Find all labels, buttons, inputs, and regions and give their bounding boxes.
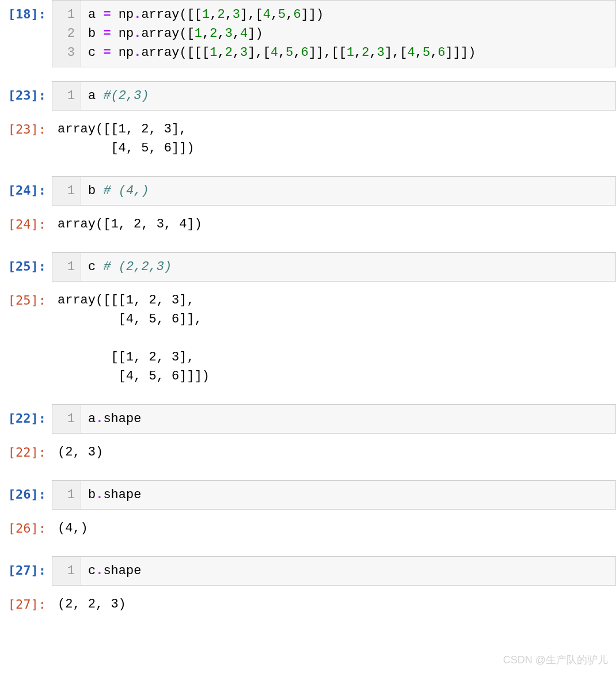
output-cell: [26]:(4,) <box>0 514 616 542</box>
input-cell: [25]:1c # (2,2,3) <box>0 252 616 282</box>
output-prompt: [25]: <box>0 286 52 390</box>
input-prompt: [22]: <box>0 404 52 434</box>
input-cell: [27]:1c.shape <box>0 556 616 586</box>
code-content[interactable]: b.shape <box>81 481 615 509</box>
input-cell: [23]:1a #(2,3) <box>0 81 616 111</box>
code-editor[interactable]: 1a.shape <box>52 404 616 434</box>
input-prompt: [18]: <box>0 0 52 67</box>
line-gutter: 1 <box>52 557 81 585</box>
line-gutter: 1 <box>52 405 81 433</box>
code-editor[interactable]: 1b.shape <box>52 480 616 510</box>
input-prompt: [26]: <box>0 480 52 510</box>
output-text: (2, 2, 3) <box>52 590 616 618</box>
output-text: array([[[1, 2, 3], [4, 5, 6]], [[1, 2, 3… <box>52 286 616 390</box>
code-content[interactable]: c.shape <box>81 557 615 585</box>
code-content[interactable]: c # (2,2,3) <box>81 253 615 281</box>
output-cell: [22]:(2, 3) <box>0 438 616 466</box>
line-gutter: 1 <box>52 481 81 509</box>
input-cell: [18]:123a = np.array([[1,2,3],[4,5,6]]) … <box>0 0 616 67</box>
output-text: array([[1, 2, 3], [4, 5, 6]]) <box>52 115 616 162</box>
output-cell: [25]:array([[[1, 2, 3], [4, 5, 6]], [[1,… <box>0 286 616 390</box>
output-cell: [24]:array([1, 2, 3, 4]) <box>0 210 616 238</box>
code-content[interactable]: a.shape <box>81 405 615 433</box>
output-prompt: [27]: <box>0 590 52 618</box>
line-gutter: 123 <box>52 1 81 67</box>
input-cell: [24]:1b # (4,) <box>0 176 616 206</box>
output-prompt: [23]: <box>0 115 52 162</box>
output-cell: [27]:(2, 2, 3) <box>0 590 616 618</box>
jupyter-notebook: [18]:123a = np.array([[1,2,3],[4,5,6]]) … <box>0 0 616 618</box>
line-gutter: 1 <box>52 177 81 205</box>
output-cell: [23]:array([[1, 2, 3], [4, 5, 6]]) <box>0 115 616 162</box>
output-text: array([1, 2, 3, 4]) <box>52 210 616 238</box>
input-prompt: [25]: <box>0 252 52 282</box>
input-prompt: [23]: <box>0 81 52 111</box>
output-text: (4,) <box>52 514 616 542</box>
input-cell: [22]:1a.shape <box>0 404 616 434</box>
output-text: (2, 3) <box>52 438 616 466</box>
code-content[interactable]: b # (4,) <box>81 177 615 205</box>
code-editor[interactable]: 1c # (2,2,3) <box>52 252 616 282</box>
code-editor[interactable]: 123a = np.array([[1,2,3],[4,5,6]]) b = n… <box>52 0 616 67</box>
line-gutter: 1 <box>52 82 81 110</box>
code-editor[interactable]: 1b # (4,) <box>52 176 616 206</box>
code-content[interactable]: a #(2,3) <box>81 82 615 110</box>
line-gutter: 1 <box>52 253 81 281</box>
output-prompt: [26]: <box>0 514 52 542</box>
input-cell: [26]:1b.shape <box>0 480 616 510</box>
code-editor[interactable]: 1c.shape <box>52 556 616 586</box>
output-prompt: [24]: <box>0 210 52 238</box>
output-prompt: [22]: <box>0 438 52 466</box>
code-editor[interactable]: 1a #(2,3) <box>52 81 616 111</box>
code-content[interactable]: a = np.array([[1,2,3],[4,5,6]]) b = np.a… <box>81 1 615 67</box>
input-prompt: [24]: <box>0 176 52 206</box>
input-prompt: [27]: <box>0 556 52 586</box>
